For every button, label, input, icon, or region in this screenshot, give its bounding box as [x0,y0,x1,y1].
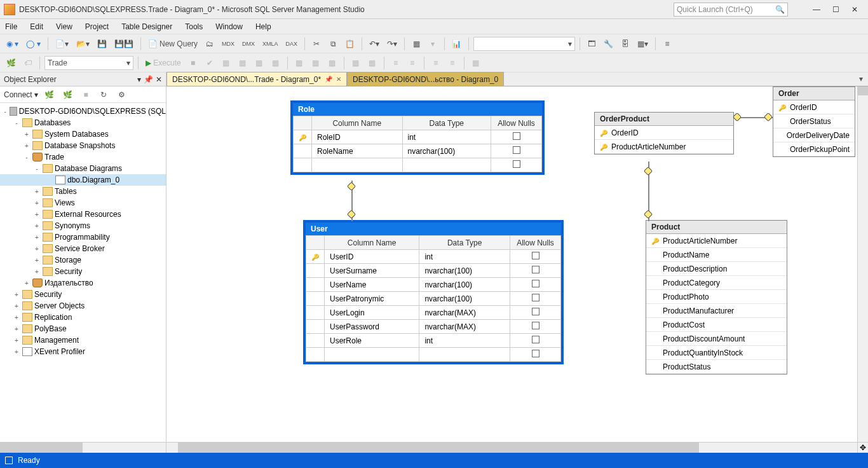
table-user[interactable]: User Column NameData TypeAllow Nulls🔑Use… [303,220,564,364]
tree-node[interactable]: +Security [0,266,166,277]
menu-edit[interactable]: Edit [30,22,43,31]
tree-node[interactable]: +External Resources [0,209,166,220]
oe-refresh-button[interactable]: ↻ [97,88,111,102]
menu-file[interactable]: File [5,22,17,31]
tree-node[interactable]: +Издательство [0,277,166,289]
tree-node[interactable]: -Databases [0,117,166,128]
dmx-button[interactable]: DMX [240,37,257,51]
tree-node[interactable]: -Database Diagrams [0,163,166,174]
database-combo[interactable]: Trade▾ [44,56,133,70]
table-role[interactable]: Role Column NameData TypeAllow Nulls🔑Rol… [290,100,545,175]
include-statistics-button[interactable]: ▦ [269,56,283,70]
template-params-button[interactable]: ≡ [445,56,459,70]
mdx-button[interactable]: MDX [219,37,237,51]
menu-tools[interactable]: Tools [185,22,203,31]
minimize-button[interactable]: ― [807,3,826,16]
execute-button[interactable]: ▶ Execute [143,56,184,70]
oe-filter2-button[interactable]: 🌿 [60,88,75,102]
tree-node[interactable]: +PolyBase [0,323,166,334]
oe-filter-button[interactable]: 🌿 [42,88,57,102]
new-query-button[interactable]: 📄 New Query [146,37,200,51]
results-to-text-button[interactable]: ▦ [292,56,306,70]
close-icon[interactable]: ✕ [156,75,162,84]
tb-filter-button[interactable]: 🌿 [4,56,18,70]
save-button[interactable]: 💾 [95,37,109,51]
diagram-canvas[interactable]: Role Column NameData TypeAllow Nulls🔑Rol… [166,86,868,442]
outdent-button[interactable]: ≡ [405,56,419,70]
tools-1-button[interactable]: 🔧 [601,37,616,51]
pin-icon[interactable]: 📌 [325,76,332,83]
tab-trade-diagram[interactable]: DESKTOP-GDI6OND\...Trade - Diagram_0* 📌 … [166,72,347,86]
dax-button[interactable]: DAX [283,37,301,51]
object-explorer-hscroll[interactable] [0,442,166,453]
query-options-button[interactable]: ▦ [252,56,266,70]
tree-node[interactable]: +Replication [0,312,166,323]
specify-values-button[interactable]: ≡ [429,56,443,70]
tools-3-button[interactable]: ▦▾ [635,37,651,51]
forward-button[interactable]: ◯ ▾ [24,37,43,51]
save-all-button[interactable]: 💾💾 [112,37,136,51]
dropdown-icon[interactable]: ▾ [137,75,141,84]
tree-node[interactable]: +XEvent Profiler [0,346,166,357]
menu-view[interactable]: View [56,22,72,31]
tree-node[interactable]: +Programmability [0,231,166,243]
parse-button[interactable]: ✔ [203,56,217,70]
tree-node[interactable]: +Security [0,289,166,300]
canvas-hscroll[interactable] [166,442,857,453]
maximize-button[interactable]: ☐ [826,3,845,16]
tree-node[interactable]: +System Databases [0,128,166,140]
close-icon[interactable]: ✕ [336,76,341,83]
xmla-button[interactable]: XMLA [260,37,281,51]
comment-button[interactable]: ▦ [349,56,363,70]
tree-node[interactable]: -DESKTOP-GDI6OND\SQLEXPRESS (SQL [0,106,166,117]
cut-button[interactable]: ✂ [309,37,323,51]
find-combo[interactable]: ▾ [473,37,575,51]
object-explorer-tree[interactable]: -DESKTOP-GDI6OND\SQLEXPRESS (SQL-Databas… [0,103,166,442]
open-project-button[interactable]: 📂▾ [74,37,92,51]
table-orderproduct[interactable]: OrderProduct 🔑OrderID🔑ProductArticleNumb… [594,112,734,155]
tab-publisher-diagram[interactable]: DESKTOP-GDI6OND\...ьство - Diagram_0 [347,72,504,86]
tb-debug-button[interactable]: 🏷 [21,56,35,70]
undo-button[interactable]: ↶▾ [367,37,382,51]
redo-button[interactable]: ↷▾ [384,37,400,51]
table-order[interactable]: Order 🔑OrderIDOrderStatusOrderDeliveryDa… [773,86,855,157]
indent-button[interactable]: ≡ [389,56,403,70]
new-button[interactable]: 📄▾ [53,37,71,51]
scroll-corner-icon[interactable]: ✥ [857,442,868,453]
toolbar-overflow-button[interactable]: ≡ [660,37,674,51]
stop-button[interactable]: ■ [186,56,200,70]
menu-table-designer[interactable]: Table Designer [121,22,172,31]
tree-node[interactable]: dbo.Diagram_0 [0,174,166,186]
include-plan-button[interactable]: ▦ [236,56,250,70]
tree-node[interactable]: +Storage [0,254,166,266]
tools-2-button[interactable]: 🗄 [618,37,632,51]
estimated-plan-button[interactable]: ▦ [219,56,233,70]
tab-overflow-button[interactable]: ▾ [854,72,868,86]
tree-node[interactable]: +Views [0,197,166,209]
canvas-vscroll[interactable] [857,86,868,442]
tree-node[interactable]: +Database Snapshots [0,140,166,151]
oe-filter-settings-button[interactable]: ⚙ [114,88,128,102]
table-product[interactable]: Product 🔑ProductArticleNumberProductName… [646,220,787,375]
tree-node[interactable]: -Trade [0,151,166,163]
tree-node[interactable]: +Server Objects [0,300,166,312]
activity-monitor-button[interactable]: 📊 [449,37,464,51]
tree-node[interactable]: +Tables [0,186,166,197]
properties-button[interactable]: ▦ [409,37,423,51]
tree-node[interactable]: +Management [0,334,166,346]
xevent-button[interactable]: 🗂 [203,37,217,51]
template-browser-button[interactable]: ▾ [426,37,440,51]
registered-servers-button[interactable]: 🗔 [585,37,599,51]
copy-button[interactable]: ⧉ [326,37,340,51]
quick-launch-input[interactable]: Quick Launch (Ctrl+Q) 🔍 [674,3,788,17]
menu-project[interactable]: Project [85,22,109,31]
tree-node[interactable]: +Synonyms [0,220,166,231]
results-to-grid-button[interactable]: ▦ [309,56,323,70]
menu-window[interactable]: Window [215,22,243,31]
back-button[interactable]: ◉ ▾ [4,37,21,51]
oe-stop-button[interactable]: ■ [79,88,93,102]
paste-button[interactable]: 📋 [342,37,357,51]
pin-icon[interactable]: 📌 [144,75,153,84]
tree-node[interactable]: +Service Broker [0,243,166,254]
uncomment-button[interactable]: ▦ [365,56,379,70]
